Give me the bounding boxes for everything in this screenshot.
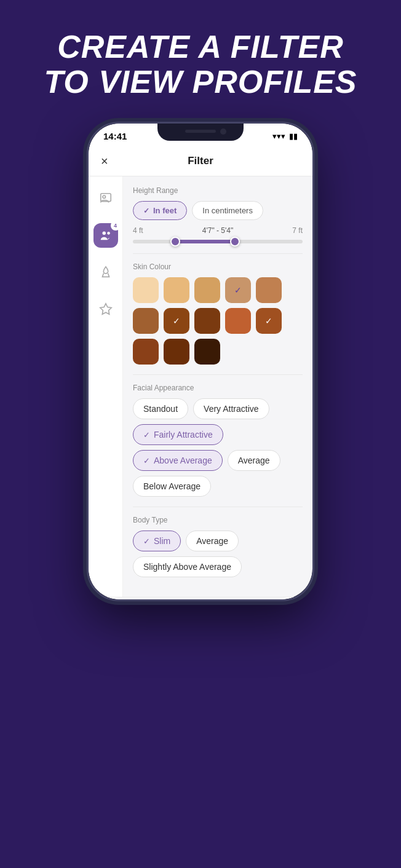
unit-toggle: ✓ In feet In centimeters: [133, 201, 303, 220]
check-fairly: ✓: [143, 430, 150, 440]
facial-appearance-section: Facial Appearance Standout Very Attracti…: [133, 384, 303, 497]
skin-swatch-11[interactable]: [133, 339, 159, 365]
skin-grid: ✓ ✓ ✓: [133, 277, 303, 365]
check-above: ✓: [143, 456, 150, 465]
chip-slim[interactable]: ✓ Slim: [133, 531, 181, 551]
phone-screen: 14:41 ▾▾▾ ▮▮ × Filter: [89, 124, 312, 599]
close-button[interactable]: ×: [101, 154, 108, 168]
body-type-label: Body Type: [133, 516, 303, 524]
facial-label: Facial Appearance: [133, 384, 303, 392]
range-labels: 4 ft 4'7" - 5'4" 7 ft: [133, 226, 303, 235]
skin-swatch-1[interactable]: [133, 277, 159, 303]
skin-check-7: ✓: [173, 316, 180, 326]
slider-handle-right[interactable]: [230, 237, 240, 247]
app-header: × Filter: [89, 146, 312, 176]
hero-title: CREATE A FILTER TO VIEW PROFILES: [44, 30, 357, 100]
skin-check-10: ✓: [265, 316, 272, 326]
sidebar-item-star[interactable]: [93, 297, 118, 322]
slider-fill: [175, 240, 235, 243]
notch: [157, 124, 244, 141]
skin-swatch-9[interactable]: [225, 308, 251, 334]
skin-swatch-10[interactable]: ✓: [256, 308, 282, 334]
skin-swatch-3[interactable]: [194, 277, 220, 303]
filter-content: Height Range ✓ In feet In centimeters 4 …: [123, 176, 312, 597]
unit-feet-btn[interactable]: ✓ In feet: [133, 201, 187, 220]
skin-check-4: ✓: [234, 285, 242, 295]
skin-swatch-5[interactable]: [256, 277, 282, 303]
range-min: 4 ft: [133, 226, 143, 235]
header-title: Filter: [188, 155, 213, 167]
chip-above-average[interactable]: ✓ Above Average: [133, 450, 223, 471]
status-time: 14:41: [103, 131, 127, 141]
chip-slightly-above[interactable]: Slightly Above Average: [133, 556, 242, 577]
chip-below-average[interactable]: Below Average: [133, 476, 211, 497]
speaker: [185, 130, 216, 133]
sidebar-item-pray[interactable]: [93, 260, 118, 285]
range-center: 4'7" - 5'4": [202, 226, 233, 235]
divider-2: [133, 374, 303, 375]
skin-swatch-6[interactable]: [133, 308, 159, 334]
skin-section: Skin Colour ✓ ✓: [133, 262, 303, 365]
skin-label: Skin Colour: [133, 262, 303, 271]
camera: [220, 128, 226, 135]
skin-swatch-4[interactable]: ✓: [225, 277, 251, 303]
height-slider[interactable]: [133, 240, 303, 243]
svg-point-2: [102, 232, 106, 235]
unit-cm-btn[interactable]: In centimeters: [192, 201, 263, 220]
chip-very-attractive[interactable]: Very Attractive: [193, 398, 269, 419]
sidebar-item-profile[interactable]: [93, 186, 118, 211]
divider-3: [133, 507, 303, 507]
slider-handle-left[interactable]: [170, 237, 180, 247]
wifi-icon: ▾▾▾: [272, 132, 285, 141]
skin-swatch-12[interactable]: [164, 339, 189, 365]
sidebar-item-people[interactable]: 4: [93, 223, 118, 248]
body-type-chips: ✓ Slim Average Slightly Above Average: [133, 531, 303, 577]
feet-check-icon: ✓: [143, 207, 149, 215]
check-slim: ✓: [143, 537, 150, 546]
main-layout: 4 He: [89, 176, 312, 597]
skin-swatch-7[interactable]: ✓: [164, 308, 189, 334]
chip-average[interactable]: Average: [228, 450, 280, 471]
range-max: 7 ft: [292, 226, 303, 235]
facial-chips: Standout Very Attractive ✓ Fairly Attrac…: [133, 398, 303, 497]
skin-swatch-8[interactable]: [194, 308, 220, 334]
battery-icon: ▮▮: [289, 132, 298, 141]
status-icons: ▾▾▾ ▮▮: [272, 132, 298, 141]
svg-point-3: [107, 232, 110, 235]
skin-swatch-2[interactable]: [164, 277, 189, 303]
people-badge: 4: [111, 221, 121, 231]
height-section: Height Range ✓ In feet In centimeters 4 …: [133, 186, 303, 243]
divider-1: [133, 253, 303, 254]
phone-mockup: 14:41 ▾▾▾ ▮▮ × Filter: [87, 122, 314, 601]
svg-point-1: [102, 195, 105, 199]
body-type-section: Body Type ✓ Slim Average Slightly Above …: [133, 516, 303, 577]
svg-marker-4: [100, 304, 111, 314]
skin-swatch-13[interactable]: [194, 339, 220, 365]
bottom-bar: Reset Save: [89, 597, 312, 599]
height-label: Height Range: [133, 186, 303, 195]
chip-average-body[interactable]: Average: [186, 531, 239, 551]
sidebar: 4: [89, 176, 123, 597]
chip-fairly-attractive[interactable]: ✓ Fairly Attractive: [133, 424, 223, 445]
chip-standout[interactable]: Standout: [133, 398, 188, 419]
